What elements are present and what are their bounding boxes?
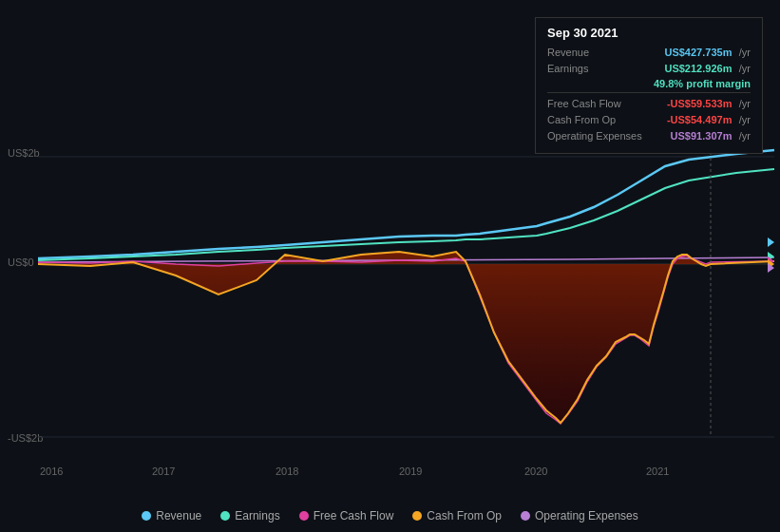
legend-dot-cash-from-op bbox=[412, 511, 422, 521]
legend-label-earnings: Earnings bbox=[235, 509, 279, 522]
legend-dot-earnings bbox=[220, 511, 230, 521]
chart-legend: Revenue Earnings Free Cash Flow Cash Fro… bbox=[0, 509, 780, 522]
revenue-unit: /yr bbox=[739, 47, 751, 58]
legend-item-cash-from-op[interactable]: Cash From Op bbox=[412, 509, 502, 522]
cash-from-op-label: Cash From Op bbox=[547, 114, 652, 125]
tooltip-date: Sep 30 2021 bbox=[547, 26, 751, 40]
legend-dot-op-expenses bbox=[521, 511, 530, 521]
legend-label-revenue: Revenue bbox=[156, 509, 201, 522]
legend-item-free-cash-flow[interactable]: Free Cash Flow bbox=[299, 509, 394, 522]
x-label-2021: 2021 bbox=[646, 466, 669, 477]
x-label-2019: 2019 bbox=[399, 466, 422, 477]
legend-label-free-cash-flow: Free Cash Flow bbox=[314, 509, 394, 522]
chart-container: Sep 30 2021 Revenue US$427.735m /yr Earn… bbox=[0, 0, 780, 532]
legend-label-cash-from-op: Cash From Op bbox=[427, 509, 502, 522]
free-cash-flow-unit: /yr bbox=[739, 98, 751, 109]
free-cash-flow-label: Free Cash Flow bbox=[547, 98, 652, 109]
legend-item-revenue[interactable]: Revenue bbox=[142, 509, 201, 522]
free-cash-flow-value: -US$59.533m bbox=[667, 98, 732, 109]
legend-item-op-expenses[interactable]: Operating Expenses bbox=[521, 509, 638, 522]
cash-from-op-value: -US$54.497m bbox=[667, 114, 732, 125]
x-label-2017: 2017 bbox=[152, 466, 175, 477]
x-label-2020: 2020 bbox=[524, 466, 547, 477]
x-label-2016: 2016 bbox=[40, 466, 63, 477]
legend-item-earnings[interactable]: Earnings bbox=[220, 509, 279, 522]
x-label-2018: 2018 bbox=[276, 466, 298, 477]
op-expenses-value: US$91.307m bbox=[671, 130, 732, 142]
legend-label-op-expenses: Operating Expenses bbox=[535, 509, 638, 522]
profit-margin-value: 49.8% profit margin bbox=[654, 78, 751, 89]
legend-dot-revenue bbox=[142, 511, 151, 521]
revenue-label: Revenue bbox=[547, 47, 652, 58]
earnings-value: US$212.926m bbox=[664, 63, 732, 74]
cash-from-op-unit: /yr bbox=[739, 114, 751, 125]
earnings-label: Earnings bbox=[547, 63, 652, 74]
op-expenses-unit: /yr bbox=[739, 130, 751, 142]
op-expenses-label: Operating Expenses bbox=[547, 130, 652, 142]
revenue-value: US$427.735m bbox=[664, 47, 732, 58]
legend-dot-free-cash-flow bbox=[299, 511, 309, 521]
tooltip-box: Sep 30 2021 Revenue US$427.735m /yr Earn… bbox=[535, 17, 763, 154]
svg-marker-4 bbox=[768, 238, 774, 247]
earnings-unit: /yr bbox=[739, 63, 751, 74]
